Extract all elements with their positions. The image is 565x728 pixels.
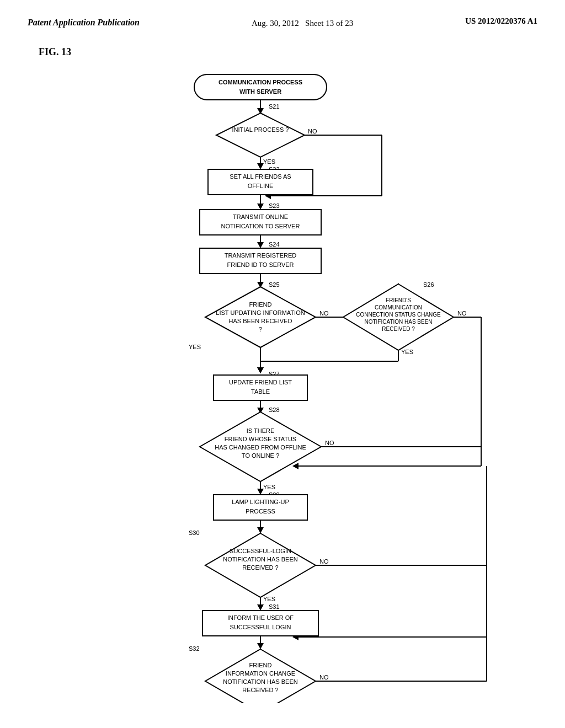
svg-text:HAS BEEN RECEIVED: HAS BEEN RECEIVED [229, 318, 292, 324]
svg-text:INFORM THE USER OF: INFORM THE USER OF [227, 614, 294, 621]
svg-text:INFORMATION CHANGE: INFORMATION CHANGE [226, 670, 295, 677]
svg-text:WITH SERVER: WITH SERVER [239, 88, 281, 95]
svg-text:YES: YES [401, 349, 413, 355]
svg-text:NOTIFICATION HAS BEEN: NOTIFICATION HAS BEEN [223, 556, 298, 563]
svg-text:TO ONLINE ?: TO ONLINE ? [242, 452, 279, 459]
svg-text:FRIEND: FRIEND [249, 662, 272, 668]
svg-text:SUCCESSFUL-LOGIN: SUCCESSFUL-LOGIN [230, 548, 291, 554]
svg-text:NO: NO [308, 128, 317, 135]
header-center: Aug. 30, 2012 Sheet 13 of 23 [252, 17, 353, 30]
svg-text:S31: S31 [269, 603, 280, 610]
svg-text:IS THERE: IS THERE [247, 427, 275, 434]
svg-text:INITIAL PROCESS ?: INITIAL PROCESS ? [232, 126, 289, 133]
svg-marker-100 [257, 604, 264, 611]
svg-marker-63 [257, 367, 264, 373]
svg-text:UPDATE FRIEND LIST: UPDATE FRIEND LIST [229, 379, 292, 386]
svg-text:NO: NO [457, 310, 467, 317]
svg-text:TRANSMIT REGISTERED: TRANSMIT REGISTERED [225, 252, 297, 259]
svg-marker-6 [216, 113, 305, 157]
svg-text:NO: NO [325, 440, 334, 446]
svg-text:COMMUNICATION PROCESS: COMMUNICATION PROCESS [218, 79, 302, 85]
header-sheet: Sheet 13 of 23 [305, 19, 353, 28]
svg-text:YES: YES [263, 158, 275, 165]
svg-text:FRIEND: FRIEND [249, 301, 272, 308]
figure-label: FIG. 13 [39, 46, 537, 58]
header-right: US 2012/0220376 A1 [465, 17, 537, 26]
svg-text:RECEIVED ?: RECEIVED ? [242, 564, 278, 571]
svg-text:YES: YES [263, 484, 275, 490]
svg-marker-87 [257, 527, 264, 533]
svg-text:NOTIFICATION HAS BEEN: NOTIFICATION HAS BEEN [364, 319, 432, 325]
svg-text:RECEIVED ?: RECEIVED ? [382, 326, 415, 332]
patent-number: US 2012/0220376 A1 [465, 17, 537, 25]
svg-text:FRIEND'S: FRIEND'S [386, 297, 411, 303]
patent-publication-title: Patent Application Publication [28, 18, 140, 27]
svg-text:HAS CHANGED FROM OFFLINE: HAS CHANGED FROM OFFLINE [215, 444, 306, 451]
svg-text:YES: YES [189, 344, 201, 350]
svg-rect-0 [194, 74, 327, 100]
svg-marker-27 [257, 242, 264, 248]
svg-text:COMMUNICATION: COMMUNICATION [375, 304, 422, 311]
svg-text:SUCCESSFUL LOGIN: SUCCESSFUL LOGIN [230, 624, 291, 630]
svg-text:SET ALL FRIENDS AS: SET ALL FRIENDS AS [230, 173, 291, 180]
svg-text:LIST UPDATING INFORMATION: LIST UPDATING INFORMATION [216, 309, 305, 316]
svg-text:FRIEND WHOSE STATUS: FRIEND WHOSE STATUS [225, 436, 296, 442]
header-left: Patent Application Publication [28, 17, 140, 29]
svg-text:RECEIVED ?: RECEIVED ? [242, 687, 278, 693]
svg-text:S24: S24 [269, 241, 280, 248]
svg-text:NO: NO [319, 674, 329, 681]
svg-text:NO: NO [319, 310, 329, 317]
svg-text:LAMP LIGHTING-UP: LAMP LIGHTING-UP [232, 499, 289, 505]
svg-text:NOTIFICATION HAS BEEN: NOTIFICATION HAS BEEN [223, 678, 298, 685]
svg-marker-55 [292, 463, 299, 469]
svg-text:S30: S30 [189, 529, 200, 536]
svg-text:S28: S28 [269, 406, 280, 413]
svg-text:S32: S32 [189, 645, 200, 652]
svg-text:NO: NO [319, 558, 329, 565]
svg-marker-35 [205, 287, 316, 347]
svg-text:TRANSMIT ONLINE: TRANSMIT ONLINE [233, 213, 288, 220]
header: Patent Application Publication Aug. 30, … [28, 17, 537, 30]
svg-text:FRIEND ID TO SERVER: FRIEND ID TO SERVER [227, 261, 294, 268]
svg-text:S26: S26 [423, 281, 434, 288]
svg-text:OFFLINE: OFFLINE [248, 183, 273, 189]
svg-text:S21: S21 [269, 103, 280, 110]
svg-marker-21 [257, 204, 264, 210]
svg-text:NOTIFICATION TO SERVER: NOTIFICATION TO SERVER [221, 223, 300, 229]
svg-text:YES: YES [263, 596, 275, 602]
svg-text:S25: S25 [269, 281, 280, 288]
flowchart-diagram: COMMUNICATION PROCESS WITH SERVER S21 IN… [67, 69, 498, 703]
header-date: Aug. 30, 2012 [252, 19, 299, 28]
svg-text:CONNECTION STATUS CHANGE: CONNECTION STATUS CHANGE [356, 312, 441, 318]
svg-text:TABLE: TABLE [251, 388, 270, 395]
page: Patent Application Publication Aug. 30, … [0, 0, 565, 728]
svg-text:?: ? [259, 326, 262, 333]
svg-marker-106 [257, 643, 264, 649]
svg-text:PROCESS: PROCESS [246, 508, 275, 515]
svg-text:S23: S23 [269, 202, 280, 209]
